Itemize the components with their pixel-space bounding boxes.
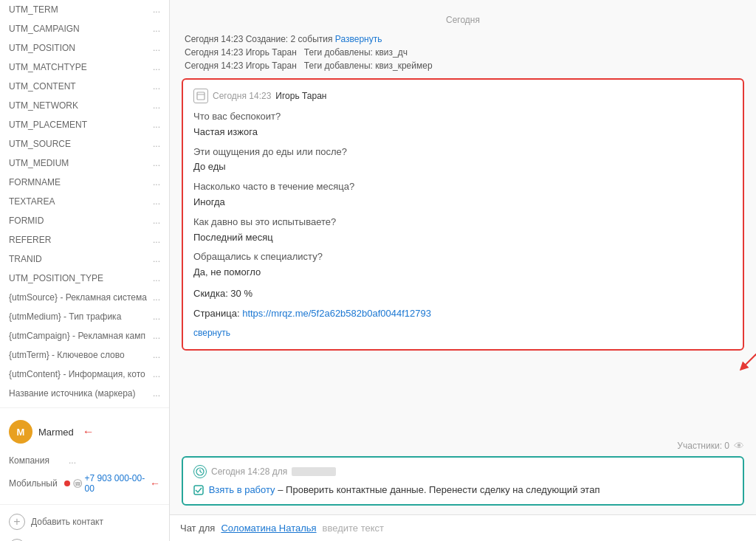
field-dots: ...: [153, 139, 160, 149]
field-label: UTM_NETWORK: [9, 100, 148, 111]
company-name[interactable]: Marmed: [38, 427, 74, 438]
field-dots: ...: [153, 158, 160, 168]
message-author: Игорь Таран: [275, 91, 326, 101]
field-dots: ...: [153, 235, 160, 245]
phone-link[interactable]: +7 903 000-00-00: [84, 473, 147, 494]
svg-line-7: [200, 472, 202, 473]
field-label: {utmCampaign} - Рекламная камп: [9, 331, 148, 341]
field-label: Название источника (маркера): [9, 388, 148, 399]
field-dots: ...: [153, 292, 160, 303]
task-card: Сегодня 14:28 для Взять в работу – Прове…: [182, 456, 744, 506]
company-field-label: Компания: [9, 455, 64, 466]
mobile-status-dot: [64, 480, 70, 486]
date-divider: Сегодня: [182, 15, 744, 25]
svg-rect-8: [194, 486, 203, 495]
field-dots: ...: [153, 81, 160, 92]
qa-block-1: Что вас беспокоит? Частая изжога: [193, 109, 732, 140]
svg-rect-2: [197, 92, 205, 100]
field-dots: ...: [153, 388, 160, 399]
company-avatar: M: [9, 420, 32, 444]
field-label: UTM_TERM: [9, 4, 148, 15]
field-utm-position-type: UTM_POSITION_TYPE ...: [0, 269, 169, 288]
eye-icon[interactable]: 👁: [734, 440, 744, 452]
field-formid: FORMID ...: [0, 211, 169, 230]
field-label: UTM_CAMPAIGN: [9, 24, 148, 34]
expand-link[interactable]: Развернуть: [335, 34, 382, 44]
arrow-right-icon: ←: [83, 425, 94, 438]
qa-block-4: Как давно вы это испытываете? Последний …: [193, 215, 732, 246]
field-label: {utmContent} - Информация, кото: [9, 369, 148, 379]
field-label: TRANID: [9, 254, 148, 264]
message-type-icon: [193, 89, 208, 103]
company-field-row: Компания ...: [0, 451, 169, 470]
qa-block-3: Насколько часто в течение месяца? Иногда: [193, 179, 732, 210]
field-dots: ...: [153, 196, 160, 207]
task-action-link[interactable]: Взять в работу: [209, 484, 275, 495]
field-utm-placement: UTM_PLACEMENT ...: [0, 115, 169, 134]
field-label: FORMNAME: [9, 177, 148, 187]
task-action-text: – Проверить контактные данные. Перенести…: [278, 484, 599, 495]
chat-for-label: Чат для: [180, 523, 215, 534]
discount-text: Скидка: 30 %: [193, 286, 732, 302]
field-label: FORMID: [9, 216, 148, 226]
field-label: UTM_PLACEMENT: [9, 120, 148, 130]
participants-bar: Участники: 0 👁: [170, 435, 756, 456]
field-label: TEXTAREA: [9, 196, 148, 207]
field-label: UTM_SOURCE: [9, 139, 148, 149]
add-contact-icon: +: [9, 514, 25, 530]
field-dots: ...: [153, 216, 160, 226]
field-utm-campaign-label: {utmCampaign} - Рекламная камп ...: [0, 326, 169, 345]
qa-block-5: Обращались к специалисту? Да, не помогло: [193, 249, 732, 280]
participants-label: Участники: 0: [677, 441, 729, 451]
field-label: REFERER: [9, 235, 148, 245]
add-company-button[interactable]: + Добавить компанию: [0, 534, 169, 541]
field-formname: FORMNAME ...: [0, 173, 169, 192]
field-utm-source: UTM_SOURCE ...: [0, 134, 169, 154]
field-dots: ...: [153, 331, 160, 341]
field-label: {utmTerm} - Ключевое слово: [9, 350, 148, 360]
event-line-3: Сегодня 14:23 Игорь Таран Теги добавлены…: [182, 61, 744, 71]
mobile-field-row: Мобильный ☎ +7 903 000-00-00 ←: [0, 470, 169, 497]
chat-person-link[interactable]: Соломатина Наталья: [221, 523, 316, 534]
task-clock-icon: [193, 465, 207, 478]
field-utm-content-label: {utmContent} - Информация, кото ...: [0, 365, 169, 384]
field-label: UTM_CONTENT: [9, 81, 148, 92]
field-utm-network: UTM_NETWORK ...: [0, 96, 169, 115]
svg-text:☎: ☎: [75, 481, 81, 487]
company-field-dots: ...: [69, 455, 76, 466]
add-contact-button[interactable]: + Добавить контакт: [0, 509, 169, 534]
field-dots: ...: [153, 4, 160, 15]
task-header: Сегодня 14:28 для: [193, 465, 732, 478]
field-dots: ...: [153, 177, 160, 187]
checkbox-icon: [193, 485, 204, 495]
company-section: M Marmed ←: [0, 413, 169, 451]
field-utm-medium-label: {utmMedium} - Тип трафика ...: [0, 307, 169, 326]
field-label: UTM_POSITION: [9, 43, 148, 53]
chat-area: Сегодня Сегодня 14:23 Создание: 2 событи…: [170, 0, 756, 435]
qa-block-2: Эти ощущения до еды или после? До еды: [193, 145, 732, 176]
field-utm-content: UTM_CONTENT ...: [0, 77, 169, 96]
task-time: Сегодня 14:28 для: [211, 466, 287, 477]
task-recipient: [292, 467, 336, 476]
field-label: UTM_POSITION_TYPE: [9, 273, 148, 283]
collapse-link[interactable]: свернуть: [193, 326, 230, 340]
field-dots: ...: [153, 120, 160, 130]
field-textarea: TEXTAREA ...: [0, 192, 169, 211]
add-contact-label: Добавить контакт: [31, 517, 103, 527]
field-utm-medium: UTM_MEDIUM ...: [0, 154, 169, 173]
utm-fields-list: UTM_TERM ... UTM_CAMPAIGN ... UTM_POSITI…: [0, 0, 169, 403]
field-dots: ...: [153, 350, 160, 360]
field-dots: ...: [153, 311, 160, 322]
field-dots: ...: [153, 369, 160, 379]
field-label: {utmMedium} - Тип трафика: [9, 311, 148, 322]
field-utm-campaign: UTM_CAMPAIGN ...: [0, 19, 169, 38]
field-utm-source-label: {utmSource} - Рекламная система ...: [0, 288, 169, 307]
event-line-2: Сегодня 14:23 Игорь Таран Теги добавлены…: [182, 47, 744, 58]
left-panel: UTM_TERM ... UTM_CAMPAIGN ... UTM_POSITI…: [0, 0, 170, 541]
field-dots: ...: [153, 24, 160, 34]
chat-input-bar[interactable]: Чат для Соломатина Наталья введите текст: [170, 514, 756, 541]
field-label: {utmSource} - Рекламная система: [9, 292, 148, 303]
red-arrow-annotation: [732, 334, 756, 375]
chat-placeholder[interactable]: введите текст: [323, 523, 746, 534]
page-link[interactable]: https://mrqz.me/5f2a62b582b0af0044f12793: [242, 308, 431, 319]
